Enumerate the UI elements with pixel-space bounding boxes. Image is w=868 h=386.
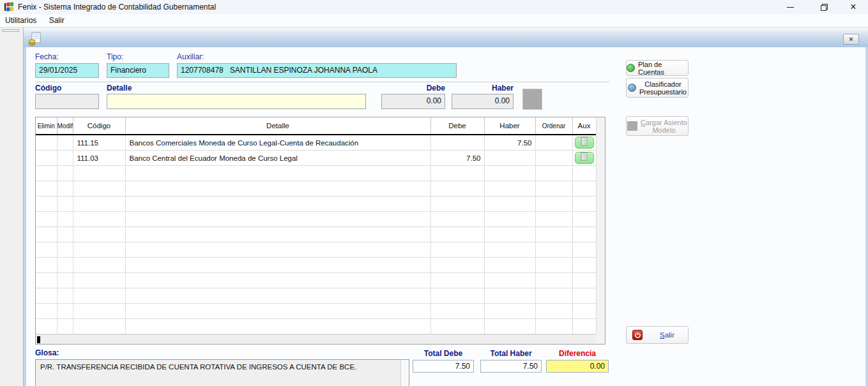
auxiliar-field[interactable]: 1207708478 SANTILLAN ESPINOZA JOHANNA PA…	[177, 63, 457, 78]
glosa-label: Glosa:	[35, 348, 59, 357]
debe-entry-field[interactable]: 0.00	[381, 94, 445, 109]
green-sphere-icon	[627, 64, 635, 72]
app-window: Fenix - Sistema Integrado de Contabilida…	[0, 0, 868, 386]
minimize-icon	[787, 7, 794, 8]
menu-item-utilitarios[interactable]: Utilitarios	[0, 14, 42, 27]
auxiliar-label: Auxiliar:	[177, 52, 204, 61]
restore-button[interactable]	[809, 0, 839, 14]
haber-entry-label: Haber	[452, 84, 514, 93]
col-header-modif: Modif	[57, 117, 73, 135]
grid-empty-rows	[36, 166, 596, 334]
sidebar-splitter-grip[interactable]	[2, 29, 19, 32]
gray-square-icon	[627, 121, 637, 131]
cell-codigo[interactable]: 111.15	[73, 135, 125, 151]
plan-de-cuentas-label: Plan de Cuentas	[638, 61, 688, 76]
codigo-entry-field[interactable]	[35, 94, 99, 109]
menubar: Utilitarios Salir	[0, 14, 868, 27]
restore-icon	[821, 4, 828, 11]
col-header-debe: Debe	[430, 117, 484, 135]
cell-haber[interactable]: 7.50	[484, 135, 535, 151]
menu-item-salir[interactable]: Salir	[44, 14, 70, 27]
cargar-asiento-modelo-button[interactable]: Cargar Asiento Modelo	[626, 116, 689, 136]
col-header-haber: Haber	[484, 117, 535, 135]
detalle-entry-field[interactable]	[107, 94, 366, 109]
close-button[interactable]: ×	[839, 0, 868, 14]
glosa-scrollbar[interactable]	[400, 360, 409, 386]
cell-debe[interactable]: 7.50	[430, 151, 484, 166]
col-header-elimin: Elimin	[36, 117, 57, 135]
table-row-empty	[36, 227, 596, 242]
col-header-detalle: Detalle	[125, 117, 430, 135]
document-window-right-edge	[865, 47, 868, 386]
grid-edit-caret	[37, 336, 40, 343]
document-window-left-edge	[24, 47, 26, 386]
window-titlebar: Fenix - Sistema Integrado de Contabilida…	[0, 0, 868, 14]
col-header-ordenar: Ordenar	[535, 117, 572, 135]
detalle-entry-label: Detalle	[107, 84, 132, 93]
cell-detalle[interactable]: Banco Central del Ecuador Moneda de Curs…	[125, 151, 430, 166]
clasificador-label: Clasificador Presupuestario	[639, 80, 687, 96]
grid-scrollbar-corner	[596, 334, 605, 344]
plan-de-cuentas-button[interactable]: Plan de Cuentas	[626, 60, 689, 76]
form-separator	[35, 82, 609, 82]
document-window-titlebar	[24, 29, 868, 47]
journal-table: Elimin Modif Código Detalle Debe Haber O…	[36, 117, 597, 334]
table-row[interactable]: 111.15 Bancos Comerciales Moneda de Curs…	[36, 135, 596, 151]
aux-button[interactable]	[575, 137, 594, 149]
grid-horizontal-scrollbar[interactable]	[36, 334, 596, 344]
table-header: Elimin Modif Código Detalle Debe Haber O…	[36, 117, 596, 135]
journal-grid: Elimin Modif Código Detalle Debe Haber O…	[35, 117, 605, 345]
table-row-empty	[36, 258, 596, 273]
col-header-aux: Aux	[572, 117, 596, 135]
table-row[interactable]: 111.03 Banco Central del Ecuador Moneda …	[36, 151, 596, 166]
document-window-close-button[interactable]: ×	[843, 34, 859, 45]
salir-button[interactable]: Salir	[626, 326, 689, 344]
grid-vertical-scrollbar[interactable]	[596, 117, 605, 334]
aux-button[interactable]	[575, 152, 594, 164]
salir-button-label: Salir	[660, 331, 674, 339]
cell-codigo[interactable]: 111.03	[73, 151, 125, 166]
total-haber-label: Total Haber	[480, 349, 542, 358]
power-icon	[632, 330, 643, 340]
table-row-empty	[36, 304, 596, 319]
haber-entry-field[interactable]: 0.00	[452, 94, 514, 109]
fecha-label: Fecha:	[35, 52, 59, 61]
table-row-empty	[36, 273, 596, 288]
table-row-empty	[36, 181, 596, 197]
fecha-field[interactable]: 29/01/2025	[35, 63, 99, 78]
app-icon	[4, 2, 14, 12]
glosa-text: P/R. TRANSFERENCIA RECIBIDA DE CUENTA RO…	[40, 363, 356, 371]
cell-debe[interactable]	[430, 135, 484, 151]
table-row-empty	[36, 319, 596, 334]
table-row-empty	[36, 242, 596, 258]
cargar-asiento-label: Cargar Asiento Modelo	[641, 119, 687, 134]
total-debe-field: 7.50	[413, 360, 474, 373]
col-header-codigo: Código	[73, 117, 125, 135]
table-row-empty	[36, 197, 596, 212]
table-row-empty	[36, 166, 596, 181]
glosa-field[interactable]: P/R. TRANSFERENCIA RECIBIDA DE CUENTA RO…	[35, 359, 409, 386]
notepad-icon	[581, 137, 588, 145]
diferencia-field: 0.00	[546, 360, 609, 373]
diferencia-label: Diferencia	[546, 349, 609, 358]
tipo-label: Tipo:	[107, 52, 123, 61]
total-debe-label: Total Debe	[413, 349, 474, 358]
codigo-entry-label: Código	[35, 84, 61, 93]
debe-entry-label: Debe	[381, 84, 445, 93]
clasificador-presupuestario-button[interactable]: Clasificador Presupuestario	[626, 78, 689, 98]
journal-entry-icon	[29, 32, 42, 46]
notepad-icon	[581, 152, 588, 161]
blue-sphere-icon	[628, 84, 636, 92]
add-entry-button[interactable]	[522, 89, 542, 110]
total-haber-field: 7.50	[480, 360, 542, 373]
minimize-button[interactable]	[775, 0, 805, 14]
window-title: Fenix - Sistema Integrado de Contabilida…	[18, 0, 216, 14]
cell-detalle[interactable]: Bancos Comerciales Moneda de Curso Legal…	[125, 135, 430, 151]
table-row-empty	[36, 288, 596, 304]
cell-haber[interactable]	[484, 151, 535, 166]
close-icon: ×	[850, 1, 856, 13]
tipo-field[interactable]: Financiero	[107, 63, 169, 78]
table-row-empty	[36, 212, 596, 227]
